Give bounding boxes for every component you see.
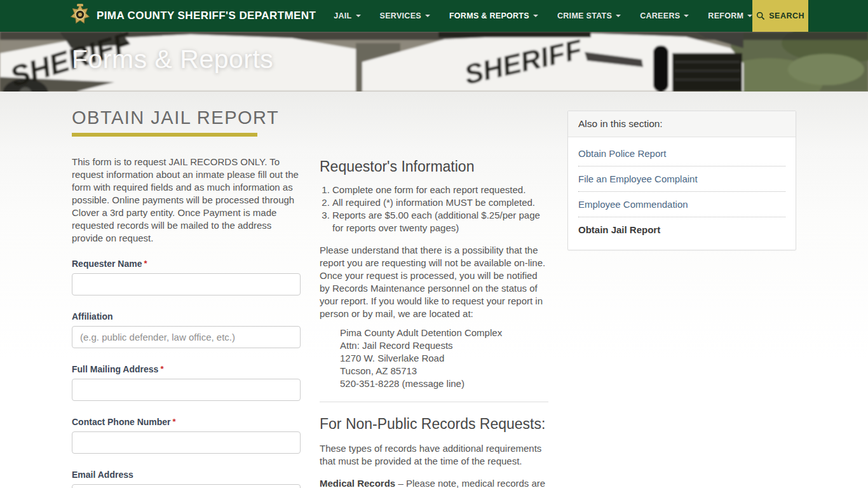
requestor-instructions-list: Complete one form for each report reques… — [320, 184, 548, 234]
chevron-down-icon — [684, 15, 689, 17]
mailing-address-input[interactable] — [72, 379, 301, 401]
availability-notice-text: Please understand that there is a possib… — [320, 244, 548, 320]
requestor-information-column: Requestor's Information Complete one for… — [320, 107, 548, 488]
nav-item-label: SERVICES — [380, 11, 421, 20]
medical-records-label: Medical Records — [320, 478, 395, 488]
requestor-information-heading: Requestor's Information — [320, 158, 548, 175]
also-in-section-sidebar: Also in this section: Obtain Police Repo… — [567, 107, 796, 488]
requester-name-input[interactable] — [72, 273, 301, 295]
sidebar-link-list: Obtain Police Report File an Employee Co… — [568, 137, 796, 250]
address-line: Tucson, AZ 85713 — [340, 365, 548, 377]
search-button[interactable]: SEARCH — [752, 0, 808, 32]
jail-report-form-column: OBTAIN JAIL REPORT This form is to reque… — [72, 107, 301, 488]
phone-number-input[interactable] — [72, 431, 301, 454]
list-item: Complete one form for each report reques… — [332, 184, 548, 196]
sidebar-link-obtain-jail-report[interactable]: Obtain Jail Report — [578, 217, 785, 242]
affiliation-field-group: Affiliation — [72, 311, 301, 348]
nav-item-forms-reports[interactable]: FORMS & REPORTS — [449, 11, 538, 20]
address-line: 1270 W. Silverlake Road — [340, 352, 548, 365]
requester-name-field-group: Requester Name* — [72, 259, 301, 295]
brand[interactable]: PIMA COUNTY SHERIFF'S DEPARTMENT — [70, 4, 316, 28]
phone-number-field-group: Contact Phone Number* — [72, 417, 301, 454]
non-public-records-text: These types of records have additional r… — [320, 442, 548, 468]
sidebar-link-employee-commendation[interactable]: Employee Commendation — [578, 192, 785, 217]
required-asterisk: * — [173, 417, 176, 426]
page-banner-title: Forms & Reports — [72, 44, 273, 74]
nav-item-label: REFORM — [708, 11, 743, 20]
nav-item-reform[interactable]: REFORM — [708, 11, 752, 20]
email-input[interactable] — [72, 484, 301, 488]
chevron-down-icon — [425, 15, 430, 17]
detention-complex-address: Pima County Adult Detention Complex Attn… — [340, 327, 548, 390]
address-line: 520-351-8228 (message line) — [340, 377, 548, 390]
nav-item-label: CRIME STATS — [557, 11, 612, 20]
top-navigation: PIMA COUNTY SHERIFF'S DEPARTMENT JAIL SE… — [0, 0, 868, 32]
nav-item-label: JAIL — [334, 11, 351, 20]
chevron-down-icon — [747, 15, 752, 17]
email-label: Email Address — [72, 470, 301, 480]
divider — [320, 402, 548, 402]
title-underline — [72, 133, 257, 137]
sidebar-link-obtain-police-report[interactable]: Obtain Police Report — [578, 141, 785, 166]
mailing-address-field-group: Full Mailing Address* — [72, 364, 301, 401]
address-line: Pima County Adult Detention Complex — [340, 327, 548, 339]
main-content: OBTAIN JAIL REPORT This form is to reque… — [0, 92, 868, 487]
chevron-down-icon — [356, 15, 361, 17]
nav-item-crime-stats[interactable]: CRIME STATS — [557, 11, 621, 20]
search-icon — [756, 11, 765, 20]
affiliation-input[interactable] — [72, 326, 301, 348]
main-menu: JAIL SERVICES FORMS & REPORTS CRIME STAT… — [334, 11, 752, 20]
email-field-group: Email Address — [72, 470, 301, 488]
phone-number-label: Contact Phone Number* — [72, 417, 301, 427]
nav-item-label: FORMS & REPORTS — [449, 11, 529, 20]
chevron-down-icon — [616, 15, 621, 17]
list-item: Reports are $5.00 each (additional $.25/… — [332, 209, 548, 234]
list-item: All required (*) information MUST be com… — [332, 196, 548, 209]
address-line: Attn: Jail Record Requests — [340, 339, 548, 352]
requester-name-label: Requester Name* — [72, 259, 301, 269]
required-asterisk: * — [160, 364, 163, 374]
chevron-down-icon — [533, 15, 538, 17]
search-button-label: SEARCH — [769, 11, 804, 20]
sidebar-heading: Also in this section: — [568, 111, 796, 137]
hero-banner: SHERIFF SHERIFF Forms & Reports — [0, 32, 868, 92]
form-intro-text: This form is to request JAIL RECORDS ONL… — [72, 156, 301, 245]
required-asterisk: * — [144, 259, 147, 268]
nav-item-services[interactable]: SERVICES — [380, 11, 430, 20]
sheriff-badge-logo-icon — [70, 4, 90, 28]
nav-item-careers[interactable]: CAREERS — [640, 11, 689, 20]
nav-item-label: CAREERS — [640, 11, 680, 20]
page-title: OBTAIN JAIL REPORT — [72, 107, 301, 128]
nav-item-jail[interactable]: JAIL — [334, 11, 360, 20]
sidebar-link-file-employee-complaint[interactable]: File an Employee Complaint — [578, 166, 785, 192]
mailing-address-label: Full Mailing Address* — [72, 364, 301, 374]
non-public-records-heading: For Non-Public Records Requests: — [320, 416, 548, 433]
medical-records-text: Medical Records – Please note, medical r… — [320, 477, 548, 488]
jail-report-form: Requester Name* Affiliation Full Mailing… — [72, 259, 301, 488]
affiliation-label: Affiliation — [72, 311, 301, 322]
brand-title: PIMA COUNTY SHERIFF'S DEPARTMENT — [97, 10, 316, 22]
sidebar-box: Also in this section: Obtain Police Repo… — [567, 111, 796, 250]
